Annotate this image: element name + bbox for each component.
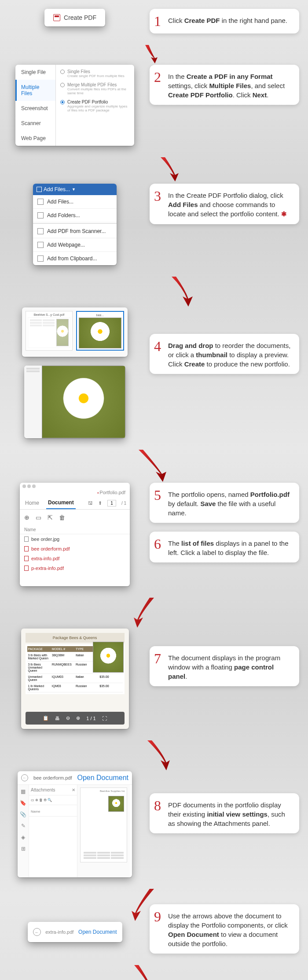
share-icon[interactable]: ⬆ bbox=[98, 500, 102, 506]
chevron-down-icon: ▼ bbox=[72, 187, 76, 192]
create-pdf-button[interactable]: Create PDF bbox=[44, 9, 105, 26]
menu-add-webpage[interactable]: Add Webpage... bbox=[33, 238, 117, 252]
window-controls[interactable] bbox=[20, 483, 130, 490]
tab-single-file[interactable]: Single File bbox=[15, 65, 55, 80]
add-file-icon[interactable]: ⊕ bbox=[24, 514, 29, 521]
page-indicator: 1 / 1 bbox=[86, 716, 95, 721]
print-icon[interactable]: 🖶 bbox=[55, 716, 60, 721]
page-control-panel[interactable]: 📋 🖶 ⊖ ⊕ 1 / 1 ⛶ bbox=[26, 712, 125, 725]
thumb-label: Beehive S...y Cost.pdf bbox=[28, 313, 70, 316]
menu-add-scanner[interactable]: Add PDF from Scanner... bbox=[33, 225, 117, 238]
delete-icon[interactable]: 🗑 bbox=[59, 514, 65, 521]
step-text: Drag and drop to reorder the documents, … bbox=[168, 339, 292, 369]
tool-icon[interactable]: ▭ bbox=[31, 798, 34, 802]
menu-add-folders[interactable]: Add Folders... bbox=[33, 209, 117, 222]
step-9-card: 9 Use the arrows above the document to d… bbox=[150, 904, 299, 954]
thumbnail-panel: Beehive S...y Cost.pdf bee... bbox=[22, 307, 128, 357]
tab-content: Single FilesCreate single PDF from multi… bbox=[56, 65, 134, 146]
doc-image bbox=[93, 642, 124, 673]
tool-icon[interactable]: 🔍 bbox=[48, 798, 52, 802]
tab-scanner[interactable]: Scanner bbox=[15, 116, 55, 131]
menu-add-files[interactable]: Add Files... bbox=[33, 195, 117, 209]
back-arrow-icon[interactable]: ← bbox=[21, 774, 28, 781]
page-input[interactable]: 1 bbox=[107, 500, 116, 507]
save-icon[interactable]: 🖫 bbox=[88, 500, 93, 506]
expand-icon[interactable]: ⛶ bbox=[102, 716, 107, 721]
step-3-card: 3 In the Create PDF Portfolio dialog, cl… bbox=[150, 184, 299, 224]
step-text: Use the arrows above the document to dis… bbox=[168, 910, 292, 948]
portfolio-window: ▪Portfolio.pdf Home Document 🖫 ⬆ 1 / 1 ⊕… bbox=[20, 483, 130, 586]
document-icon bbox=[37, 187, 42, 192]
menu-add-clipboard[interactable]: Add from Clipboard... bbox=[33, 252, 117, 265]
radio-merge-multiple[interactable]: Merge Multiple PDF FilesConvert multiple… bbox=[60, 82, 130, 95]
step-text: The portfolio opens, named Portfolio.pdf… bbox=[168, 488, 292, 518]
signature-icon[interactable]: ✎ bbox=[21, 823, 26, 829]
window-title: ▪Portfolio.pdf bbox=[20, 490, 130, 497]
breadcrumb: extra-info.pdf bbox=[45, 929, 73, 935]
add-files-dropdown-button[interactable]: Add Files...▼ bbox=[33, 184, 117, 195]
arrow-icon bbox=[88, 598, 220, 629]
tool-icon[interactable]: ⚙ bbox=[44, 798, 47, 802]
preview-image bbox=[42, 366, 125, 438]
add-files-menu: Add Files...▼ Add Files... Add Folders..… bbox=[33, 184, 117, 265]
step-number: 3 bbox=[154, 189, 165, 203]
list-item[interactable]: bee orderform.pdf bbox=[20, 544, 130, 554]
tab-document[interactable]: Document bbox=[46, 497, 76, 509]
tool-icon[interactable]: 🗑 bbox=[39, 798, 43, 802]
arrow-icon bbox=[88, 157, 220, 184]
tool-icon[interactable]: ⊕ bbox=[35, 798, 38, 802]
thumbnail-item[interactable]: Beehive S...y Cost.pdf bbox=[26, 311, 73, 351]
tab-web-page[interactable]: Web Page bbox=[15, 131, 55, 146]
tab-screenshot[interactable]: Screenshot bbox=[15, 101, 55, 116]
scanner-icon bbox=[37, 228, 44, 234]
radio-single-files[interactable]: Single FilesCreate single PDF from multi… bbox=[60, 69, 130, 78]
zoom-out-icon[interactable]: ⊖ bbox=[66, 715, 70, 721]
folder-icon bbox=[37, 212, 44, 218]
arrow-icon bbox=[88, 965, 220, 980]
step-number: 9 bbox=[154, 910, 165, 924]
tab-home[interactable]: Home bbox=[23, 497, 41, 509]
step-number: 6 bbox=[154, 537, 165, 551]
step-1-card: 1 Click Create PDF in the right hand pan… bbox=[150, 9, 299, 33]
step-number: 8 bbox=[154, 799, 165, 813]
step-number: 4 bbox=[154, 339, 165, 353]
clipboard-icon[interactable]: 📋 bbox=[43, 715, 49, 721]
step-number: 2 bbox=[154, 70, 165, 84]
thumbnail-item-selected[interactable]: bee... bbox=[76, 311, 124, 351]
open-document-link[interactable]: Open Document bbox=[78, 929, 117, 935]
thumbnails-icon[interactable]: ▦ bbox=[21, 788, 26, 795]
breadcrumb: bee orderform.pdf bbox=[33, 775, 72, 780]
layers-icon[interactable]: ◈ bbox=[21, 834, 25, 840]
pdf-icon bbox=[53, 14, 60, 21]
pdf-icon bbox=[24, 566, 29, 571]
name-column-header: Name bbox=[31, 810, 40, 814]
tags-icon[interactable]: ⊞ bbox=[21, 846, 26, 852]
list-item[interactable]: p-extra-info.pdf bbox=[20, 563, 130, 573]
step-text: Click Create PDF in the right hand pane. bbox=[168, 14, 287, 25]
doc-image bbox=[108, 796, 124, 812]
folder-icon[interactable]: ▭ bbox=[36, 514, 41, 521]
step-4-card: 4 Drag and drop to reorder the documents… bbox=[150, 334, 299, 374]
step-text: PDF documents in the portfolio display t… bbox=[168, 799, 292, 828]
attachment-icon[interactable]: 📎 bbox=[20, 811, 26, 817]
back-arrow-icon[interactable]: ← bbox=[33, 928, 41, 936]
zoom-in-icon[interactable]: ⊕ bbox=[76, 715, 80, 721]
tab-multiple-files[interactable]: Multiple Files bbox=[15, 80, 55, 101]
attachments-window: ← bee orderform.pdf Open Document ▦ 🔖 📎 … bbox=[18, 771, 132, 877]
format-tablist: Single File Multiple Files Screenshot Sc… bbox=[15, 65, 56, 146]
extract-icon[interactable]: ⇱ bbox=[48, 514, 53, 521]
radio-create-portfolio[interactable]: Create PDF PortfolioAggregate and organi… bbox=[60, 100, 130, 112]
close-icon[interactable]: ✕ bbox=[72, 788, 75, 792]
open-document-bar: ← extra-info.pdf Open Document bbox=[28, 922, 122, 942]
bookmark-icon[interactable]: 🔖 bbox=[20, 800, 26, 806]
pdf-icon bbox=[24, 546, 29, 551]
radio-icon bbox=[60, 83, 65, 87]
list-item[interactable]: extra-info.pdf bbox=[20, 554, 130, 563]
step-text: The document displays in the program win… bbox=[168, 651, 292, 681]
doc-title-bar: Package Bees & Queens bbox=[26, 633, 125, 643]
open-document-link[interactable]: Open Document bbox=[77, 774, 128, 782]
list-item[interactable]: bee order.jpg bbox=[20, 534, 130, 544]
step-number: 7 bbox=[154, 651, 165, 666]
image-icon bbox=[24, 536, 29, 542]
pdf-icon bbox=[24, 556, 29, 561]
